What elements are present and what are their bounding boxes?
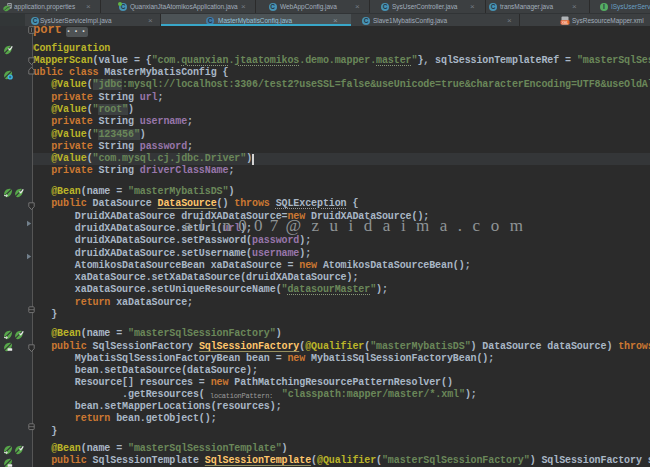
svg-text:XML: XML (562, 21, 569, 25)
